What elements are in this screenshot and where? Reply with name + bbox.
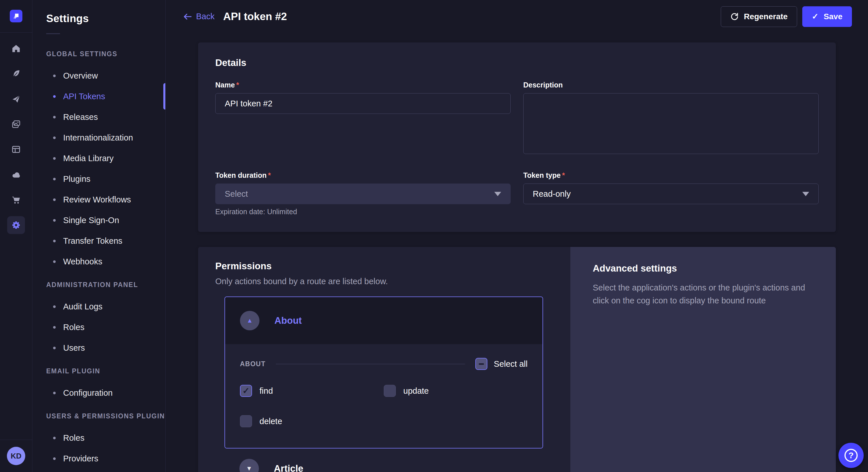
sidebar-section-label: EMAIL PLUGIN (46, 367, 165, 375)
rail-divider (0, 32, 32, 33)
article-accordion-header[interactable]: ▼ Article (224, 459, 543, 472)
sidebar-item-transfer-tokens[interactable]: Transfer Tokens (46, 231, 165, 251)
sidebar-item-admin-roles[interactable]: Roles (46, 317, 165, 338)
sidebar-item-up-providers[interactable]: Providers (46, 448, 165, 469)
sidebar-item-audit-logs[interactable]: Audit Logs (46, 296, 165, 317)
find-checkbox[interactable]: ✓ (240, 385, 252, 397)
token-duration-label: Token duration* (215, 171, 510, 179)
token-type-field-group: Token type* Read-only (523, 171, 818, 216)
scroll-area[interactable]: Details Name* API token #2 Description (166, 33, 868, 472)
name-field-group: Name* API token #2 (215, 81, 510, 154)
bullet-icon (53, 95, 56, 98)
about-accordion-title: About (274, 315, 302, 326)
sidebar-item-email-configuration[interactable]: Configuration (46, 382, 165, 403)
bullet-icon (53, 157, 56, 160)
name-input[interactable]: API token #2 (215, 93, 510, 114)
about-accordion-body: ABOUT Select all (225, 344, 542, 448)
name-label: Name* (215, 81, 510, 89)
token-type-value: Read-only (533, 189, 570, 199)
bullet-icon (53, 219, 56, 222)
article-accordion-title: Article (274, 463, 303, 472)
advanced-settings-panel: Advanced settings Select the application… (570, 247, 836, 472)
rail-footer: KD (0, 440, 32, 472)
page-header: Back API token #2 Regenerate ✓ Save (166, 0, 868, 33)
details-card: Details Name* API token #2 Description (198, 42, 836, 232)
collapse-toggle-button[interactable]: ▼ (239, 459, 259, 472)
sidebar-section-label: GLOBAL SETTINGS (46, 50, 165, 58)
media-library-icon[interactable] (7, 115, 25, 133)
content-manager-icon[interactable] (7, 140, 25, 158)
sidebar-section-global-settings: GLOBAL SETTINGS Overview API Tokens Rele… (46, 50, 165, 272)
advanced-settings-description: Select the application's actions or the … (593, 281, 813, 307)
collapse-toggle-button[interactable]: ▲ (240, 311, 259, 330)
cloud-icon[interactable] (7, 166, 25, 183)
sidebar-item-releases[interactable]: Releases (46, 107, 165, 127)
permissions-column: Permissions Only actions bound by a rout… (198, 247, 570, 472)
delete-checkbox[interactable] (240, 415, 252, 427)
sidebar-item-media-library[interactable]: Media Library (46, 148, 165, 169)
page-title: API token #2 (223, 11, 287, 23)
token-duration-field-group: Token duration* Select Expiration date: … (215, 171, 510, 216)
expiration-hint: Expiration date: Unlimited (215, 208, 510, 216)
strapi-logo[interactable] (10, 10, 22, 22)
token-type-select[interactable]: Read-only (523, 183, 818, 204)
required-asterisk: * (562, 171, 565, 179)
bullet-icon (53, 326, 56, 329)
send-icon[interactable] (7, 90, 25, 108)
sidebar-item-admin-users[interactable]: Users (46, 338, 165, 358)
sidebar-item-up-roles[interactable]: Roles (46, 428, 165, 448)
settings-sidebar: Settings GLOBAL SETTINGS Overview API To… (32, 0, 166, 472)
update-label: update (403, 386, 429, 396)
sidebar-item-overview[interactable]: Overview (46, 65, 165, 86)
sidebar-item-webhooks[interactable]: Webhooks (46, 251, 165, 272)
help-button[interactable]: ? (838, 443, 864, 468)
home-icon[interactable] (7, 40, 25, 57)
marketplace-cart-icon[interactable] (7, 191, 25, 209)
sidebar-item-api-tokens[interactable]: API Tokens (46, 86, 165, 107)
details-title: Details (215, 57, 818, 68)
save-label: Save (824, 12, 842, 21)
feather-icon[interactable] (7, 65, 25, 82)
sidebar-item-single-sign-on[interactable]: Single Sign-On (46, 210, 165, 231)
find-label: find (259, 386, 273, 396)
main-content: Back API token #2 Regenerate ✓ Save Deta… (166, 0, 868, 472)
bullet-icon (53, 136, 56, 139)
back-button[interactable]: Back (183, 12, 214, 21)
sidebar-item-review-workflows[interactable]: Review Workflows (46, 189, 165, 210)
refresh-icon (730, 12, 739, 21)
permission-update: update (384, 385, 528, 397)
token-duration-select[interactable]: Select (215, 183, 510, 204)
triangle-down-icon: ▼ (246, 465, 252, 472)
about-accordion: ▲ About ABOUT (224, 297, 543, 448)
regenerate-label: Regenerate (744, 12, 788, 21)
sidebar-item-internationalization[interactable]: Internationalization (46, 127, 165, 148)
sidebar-item-plugins[interactable]: Plugins (46, 169, 165, 189)
delete-label: delete (259, 417, 282, 426)
token-duration-placeholder: Select (225, 189, 248, 199)
select-all-label: Select all (494, 359, 528, 369)
bullet-icon (53, 240, 56, 242)
avatar-initials: KD (11, 452, 22, 461)
regenerate-button[interactable]: Regenerate (721, 6, 797, 27)
bullet-icon (53, 458, 56, 460)
select-all-checkbox[interactable] (475, 358, 487, 370)
bullet-icon (53, 178, 56, 180)
update-checkbox[interactable] (384, 385, 396, 397)
about-section-label: ABOUT (240, 360, 266, 368)
about-accordion-header[interactable]: ▲ About (225, 297, 542, 344)
save-button[interactable]: ✓ Save (802, 6, 852, 27)
description-textarea[interactable] (523, 93, 818, 154)
description-field-group: Description (523, 81, 818, 154)
name-value: API token #2 (225, 99, 272, 108)
sidebar-section-users-permissions-plugin: USERS & PERMISSIONS PLUGIN Roles Provide… (46, 412, 165, 469)
back-label: Back (196, 12, 214, 21)
bullet-icon (53, 347, 56, 349)
permissions-subtitle: Only actions bound by a route are listed… (215, 277, 570, 286)
permission-delete: delete (240, 415, 384, 427)
user-avatar[interactable]: KD (7, 447, 25, 465)
check-icon: ✓ (812, 12, 818, 21)
settings-gear-icon[interactable] (7, 216, 25, 234)
sidebar-section-email-plugin: EMAIL PLUGIN Configuration (46, 367, 165, 403)
bullet-icon (53, 260, 56, 263)
question-mark-icon: ? (844, 449, 858, 462)
